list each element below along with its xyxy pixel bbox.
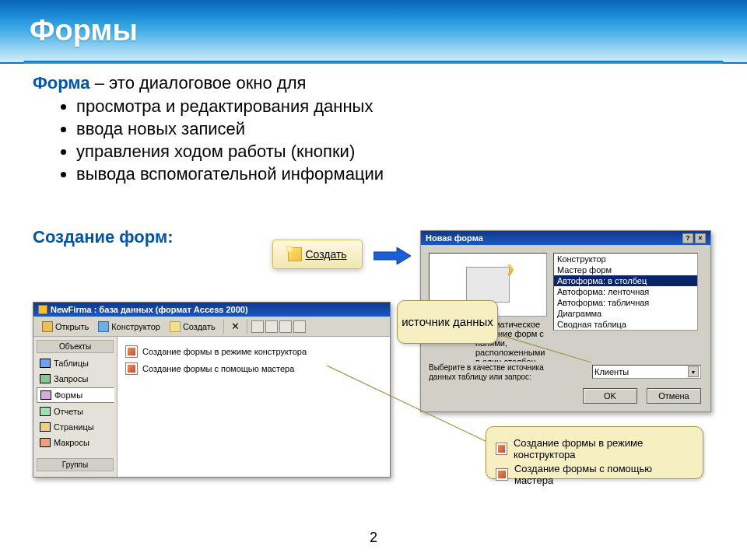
subheader: Создание форм:: [33, 227, 173, 247]
pages-icon: [40, 422, 51, 432]
sidebar-item-macros[interactable]: Макросы: [37, 436, 114, 450]
source-callout: источник данных: [397, 300, 498, 344]
list-item: ввода новых записей: [76, 119, 716, 139]
reports-icon: [40, 407, 51, 416]
design-button[interactable]: Конструктор: [94, 320, 164, 334]
queries-icon: [40, 374, 51, 383]
tables-icon: [40, 359, 51, 368]
list-item: управления ходом работы (кнопки): [76, 142, 716, 162]
list-item[interactable]: Автоформа: ленточная: [554, 286, 697, 297]
list-item: просмотра и редактирования данных: [76, 96, 716, 117]
svg-line-0: [498, 334, 591, 362]
view-details-icon[interactable]: [293, 320, 306, 333]
create-options-callout: Создание формы в режиме конструктора Соз…: [486, 426, 703, 479]
delete-icon[interactable]: ✕: [228, 320, 243, 332]
wizard-icon: [496, 443, 507, 455]
title-banner: Формы: [0, 0, 747, 64]
intro-list: просмотра и редактирования данных ввода …: [76, 96, 716, 184]
list-item[interactable]: Диаграмма: [554, 308, 697, 319]
create-button[interactable]: Создать: [272, 240, 363, 269]
new-icon: [170, 321, 181, 332]
wizard-icon: [125, 362, 138, 375]
sidebar-item-reports[interactable]: Отчеты: [37, 404, 114, 418]
dialog-titlebar[interactable]: Новая форма ? ×: [421, 231, 710, 245]
ok-button[interactable]: OK: [583, 388, 637, 404]
macros-icon: [40, 438, 51, 447]
db-toolbar: Открыть Конструктор Создать ✕: [33, 317, 390, 337]
term: Форма: [33, 73, 90, 93]
page-number: 2: [370, 530, 377, 546]
group-header[interactable]: Группы: [37, 458, 114, 471]
form-type-list[interactable]: Конструктор Мастер форм Автоформа: в сто…: [553, 253, 698, 331]
list-item: вывода вспомогательной информации: [76, 164, 716, 184]
source-combo[interactable]: Клиенты ▾: [592, 365, 701, 379]
group-header[interactable]: Объекты: [37, 340, 114, 353]
view-small-icon[interactable]: [265, 320, 278, 333]
view-list-icon[interactable]: [279, 320, 292, 333]
list-item[interactable]: Конструктор: [554, 254, 697, 264]
combo-value: Клиенты: [594, 367, 629, 376]
open-icon: [42, 321, 53, 332]
wizard-icon: [496, 468, 508, 481]
sidebar-item-queries[interactable]: Запросы: [37, 372, 114, 386]
svg-line-1: [327, 366, 490, 443]
view-large-icon[interactable]: [251, 320, 264, 333]
separator: [247, 320, 247, 334]
callout-row: Создание формы с помощью мастера: [496, 463, 693, 486]
design-icon: [98, 321, 109, 332]
close-icon[interactable]: ×: [695, 233, 706, 243]
list-item[interactable]: Мастер форм: [554, 264, 697, 275]
list-item-selected[interactable]: Автоформа: в столбец: [554, 275, 697, 286]
list-item[interactable]: Автоформа: табличная: [554, 297, 697, 308]
sidebar-item-pages[interactable]: Страницы: [37, 420, 114, 434]
callout-row: Создание формы в режиме конструктора: [496, 437, 693, 460]
wizard-icon: [125, 345, 138, 358]
page-title: Формы: [0, 0, 747, 61]
dialog-title: Новая форма: [426, 233, 483, 243]
arrow-icon: [374, 247, 411, 264]
cancel-button[interactable]: Отмена: [647, 388, 701, 404]
callout2-connector: [327, 366, 498, 459]
new-icon: [288, 247, 302, 261]
chevron-down-icon[interactable]: ▾: [688, 366, 699, 377]
db-titlebar[interactable]: NewFirma : база данных (формат Access 20…: [33, 303, 390, 317]
create-label: Создать: [305, 248, 346, 261]
forms-icon: [40, 390, 51, 400]
callout-connector: [498, 334, 599, 366]
sidebar-item-tables[interactable]: Таблицы: [37, 356, 114, 370]
objects-sidebar: Объекты Таблицы Запросы Формы Отчеты Стр…: [33, 337, 117, 477]
separator: [223, 320, 224, 334]
db-title: NewFirma : база данных (формат Access 20…: [51, 305, 248, 314]
sidebar-item-forms[interactable]: Формы: [37, 387, 114, 403]
create-constructor-row[interactable]: Создание формы в режиме конструктора: [124, 343, 384, 360]
db-icon: [38, 305, 47, 314]
title-rule: [23, 61, 724, 64]
intro-text: Форма – это диалоговое окно для просмотр…: [33, 73, 716, 187]
create-button-toolbar[interactable]: Создать: [166, 320, 219, 334]
intro-rest: – это диалоговое окно для: [90, 73, 307, 93]
help-icon[interactable]: ?: [682, 233, 693, 243]
open-button[interactable]: Открыть: [38, 320, 93, 334]
list-item[interactable]: Сводная таблица: [554, 319, 697, 330]
